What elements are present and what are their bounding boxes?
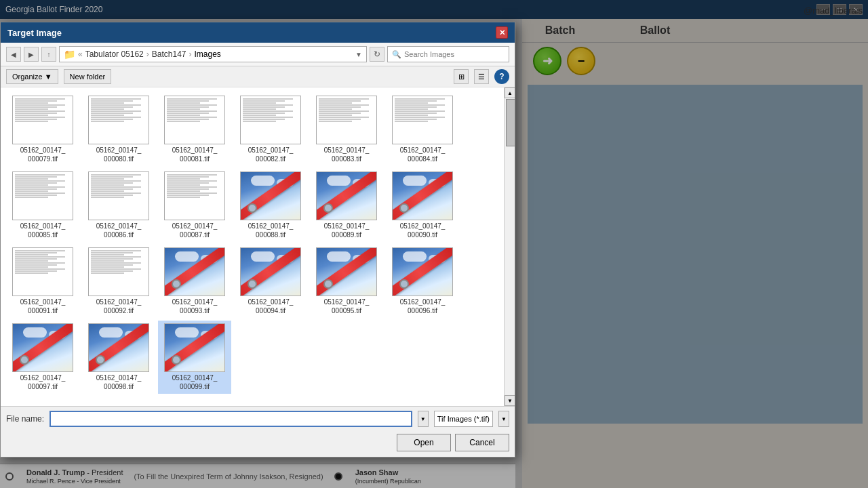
list-item[interactable]: 05162_00147_ 000090.tif <box>386 169 459 242</box>
view-toggle-button[interactable]: ⊞ <box>454 69 469 84</box>
file-thumbnail <box>392 171 453 220</box>
search-box[interactable]: 🔍 <box>387 46 509 62</box>
organize-button[interactable]: Organize ▼ <box>6 69 58 84</box>
list-item[interactable]: 05162_00147_ 000096.tif <box>386 245 459 318</box>
refresh-button[interactable]: ↻ <box>370 47 384 62</box>
file-thumbnail <box>12 323 73 372</box>
file-name-label: 05162_00147_ 000085.tif <box>20 222 66 239</box>
filename-dropdown-button[interactable]: ▼ <box>418 411 429 427</box>
file-name-label: 05162_00147_ 000081.tif <box>172 146 218 163</box>
file-name-label: 05162_00147_ 000080.tif <box>96 146 142 163</box>
file-thumbnail <box>12 171 73 220</box>
list-item[interactable]: 05162_00147_ 000084.tif <box>386 93 459 166</box>
list-item[interactable]: 05162_00147_ 000092.tif <box>82 245 155 318</box>
file-thumbnail <box>316 171 377 220</box>
file-name-label: 05162_00147_ 000079.tif <box>20 146 66 163</box>
search-input[interactable] <box>404 50 505 58</box>
filetype-display: Tif Images (*.tif) <box>434 411 493 427</box>
list-item[interactable]: 05162_00147_ 000087.tif <box>158 169 231 242</box>
breadcrumb-images[interactable]: Images <box>194 49 220 59</box>
file-thumbnail <box>12 96 73 144</box>
file-thumbnail <box>240 247 301 296</box>
help-button[interactable]: ? <box>494 69 509 84</box>
organize-label: Organize <box>12 73 43 81</box>
file-thumbnail <box>88 247 149 296</box>
new-folder-label: New folder <box>70 73 106 81</box>
list-item[interactable]: 05162_00147_ 000093.tif <box>158 245 231 318</box>
filetype-label: Tif Images (*.tif) <box>437 415 490 423</box>
breadcrumb-sep2: › <box>146 49 149 59</box>
list-item[interactable]: 05162_00147_ 000079.tif <box>6 93 79 166</box>
list-item[interactable]: 05162_00147_ 000099.tif <box>158 321 231 394</box>
dialog-close-button[interactable]: ✕ <box>496 26 508 39</box>
file-thumbnail <box>392 96 453 144</box>
list-item[interactable]: 05162_00147_ 000081.tif <box>158 93 231 166</box>
list-item[interactable]: 05162_00147_ 000095.tif <box>310 245 383 318</box>
list-item[interactable]: 05162_00147_ 000088.tif <box>234 169 307 242</box>
file-thumbnail <box>88 96 149 144</box>
list-item[interactable]: 05162_00147_ 000086.tif <box>82 169 155 242</box>
list-item[interactable]: 05162_00147_ 000080.tif <box>82 93 155 166</box>
breadcrumb[interactable]: 📁 « Tabulator 05162 › Batch147 › Images … <box>59 46 367 62</box>
list-item[interactable]: 05162_00147_ 000094.tif <box>234 245 307 318</box>
nav-up-button[interactable]: ↑ <box>41 47 56 62</box>
list-item[interactable]: 05162_00147_ 000091.tif <box>6 245 79 318</box>
file-name-label: 05162_00147_ 000093.tif <box>172 298 218 315</box>
list-item[interactable]: 05162_00147_ 000082.tif <box>234 93 307 166</box>
scroll-down-arrow[interactable]: ▼ <box>505 395 515 406</box>
breadcrumb-sep1: « <box>78 49 83 59</box>
scrollbar-track[interactable]: ▲ ▼ <box>504 87 515 406</box>
file-name-label: 05162_00147_ 000086.tif <box>96 222 142 239</box>
close-icon: ✕ <box>499 28 505 37</box>
file-name-label: 05162_00147_ 000090.tif <box>400 222 446 239</box>
file-name-label: 05162_00147_ 000096.tif <box>400 298 446 315</box>
file-thumbnail <box>392 247 453 296</box>
list-item[interactable]: 05162_00147_ 000098.tif <box>82 321 155 394</box>
open-button[interactable]: Open <box>397 434 451 451</box>
scrollbar-thumb[interactable] <box>506 99 515 146</box>
file-thumbnail <box>88 323 149 372</box>
file-thumbnail <box>316 96 377 144</box>
list-item[interactable]: 05162_00147_ 000089.tif <box>310 169 383 242</box>
file-grid: 05162_00147_ 000079.tif05162_00147_ 0000… <box>1 87 515 406</box>
filename-input[interactable] <box>50 411 412 427</box>
filetype-dropdown-button[interactable]: ▼ <box>498 411 509 427</box>
toolbar: Organize ▼ New folder ⊞ ☰ ? <box>1 66 515 87</box>
list-item[interactable]: 05162_00147_ 000083.tif <box>310 93 383 166</box>
view-list-button[interactable]: ☰ <box>474 69 489 84</box>
button-row: Open Cancel <box>1 431 515 457</box>
file-name-label: 05162_00147_ 000098.tif <box>96 373 142 391</box>
file-name-label: 05162_00147_ 000092.tif <box>96 298 142 315</box>
scroll-up-arrow[interactable]: ▲ <box>505 87 515 98</box>
filename-label: File name: <box>6 414 44 424</box>
breadcrumb-batch[interactable]: Batch147 <box>152 49 186 59</box>
nav-forward-button[interactable]: ▶ <box>24 47 39 62</box>
breadcrumb-sep3: › <box>189 49 191 59</box>
file-name-label: 05162_00147_ 000084.tif <box>400 146 446 163</box>
file-name-label: 05162_00147_ 000082.tif <box>248 146 294 163</box>
search-icon: 🔍 <box>392 50 401 59</box>
file-thumbnail <box>164 247 225 296</box>
dialog-title: Target Image <box>7 28 62 38</box>
file-thumbnail <box>12 247 73 296</box>
file-name-label: 05162_00147_ 000087.tif <box>172 222 218 239</box>
file-thumbnail <box>240 171 301 220</box>
list-item[interactable]: 05162_00147_ 000097.tif <box>6 321 79 394</box>
file-name-label: 05162_00147_ 000083.tif <box>324 146 370 163</box>
breadcrumb-dropdown-icon[interactable]: ▼ <box>355 51 362 58</box>
file-name-label: 05162_00147_ 000099.tif <box>172 373 218 391</box>
cancel-button[interactable]: Cancel <box>455 434 509 451</box>
file-name-label: 05162_00147_ 000089.tif <box>324 222 370 239</box>
file-name-label: 05162_00147_ 000094.tif <box>248 298 294 315</box>
file-name-label: 05162_00147_ 000097.tif <box>20 373 66 391</box>
list-item[interactable]: 05162_00147_ 000085.tif <box>6 169 79 242</box>
file-name-label: 05162_00147_ 000091.tif <box>20 298 66 315</box>
file-thumbnail <box>316 247 377 296</box>
file-thumbnail <box>164 323 225 372</box>
breadcrumb-tabulator[interactable]: Tabulator 05162 <box>85 49 144 59</box>
bottom-bar: File name: ▼ Tif Images (*.tif) ▼ <box>1 406 515 431</box>
file-name-label: 05162_00147_ 000088.tif <box>248 222 294 239</box>
new-folder-button[interactable]: New folder <box>64 69 112 84</box>
file-thumbnail <box>240 96 301 144</box>
nav-back-button[interactable]: ◀ <box>6 47 21 62</box>
